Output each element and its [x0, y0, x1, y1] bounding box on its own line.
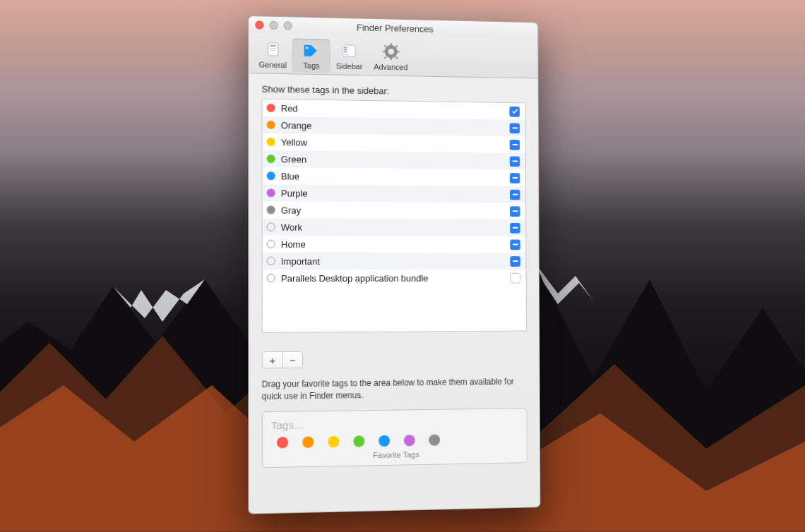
tab-label: General: [258, 60, 286, 69]
tag-color-dot: [267, 121, 275, 129]
svg-rect-12: [383, 51, 385, 52]
tag-sidebar-checkbox[interactable]: [510, 272, 520, 283]
minimize-button[interactable]: [270, 21, 278, 30]
content-area: Show these tags in the sidebar: RedOrang…: [249, 73, 539, 513]
tag-row[interactable]: Purple: [263, 184, 526, 202]
window-title: Finder Preferences: [357, 22, 434, 34]
tag-name-label: Orange: [281, 120, 510, 133]
tab-advanced[interactable]: Advanced: [368, 40, 413, 75]
tag-color-dot: [267, 223, 275, 231]
tag-sidebar-checkbox[interactable]: [510, 222, 520, 233]
tag-name-label: Purple: [281, 188, 510, 200]
tab-label: Tags: [303, 61, 319, 70]
preferences-toolbar: General Tags Sidebar: [249, 33, 537, 78]
tab-tags[interactable]: Tags: [292, 38, 330, 73]
tab-general[interactable]: General: [253, 37, 292, 72]
tag-sidebar-checkbox[interactable]: [510, 256, 520, 267]
tag-name-label: Home: [281, 238, 510, 250]
tag-row[interactable]: Green: [263, 150, 525, 169]
traffic-lights: [255, 20, 292, 30]
favorite-tag-dot[interactable]: [404, 435, 415, 446]
tag-list[interactable]: RedOrangeYellowGreenBluePurpleGrayWorkHo…: [262, 99, 527, 333]
tag-sidebar-checkbox[interactable]: [510, 173, 520, 183]
tag-row[interactable]: Blue: [263, 167, 525, 186]
tag-sidebar-checkbox[interactable]: [510, 189, 520, 200]
tab-label: Sidebar: [336, 62, 363, 71]
svg-rect-3: [270, 50, 275, 51]
tag-row[interactable]: Home: [263, 236, 526, 253]
tag-row[interactable]: Gray: [263, 201, 526, 219]
favorites-placeholder: Tags…: [271, 416, 518, 431]
tag-name-label: Parallels Desktop application bundle: [281, 272, 511, 283]
tag-row[interactable]: Work: [263, 219, 526, 236]
tag-color-dot: [267, 104, 275, 112]
svg-rect-13: [397, 51, 399, 52]
tag-name-label: Blue: [281, 171, 510, 183]
favorite-tag-dot[interactable]: [429, 434, 440, 445]
svg-point-18: [388, 49, 393, 54]
tag-row[interactable]: Important: [263, 253, 526, 270]
svg-rect-0: [268, 43, 278, 56]
tag-row[interactable]: Parallels Desktop application bundle: [263, 270, 526, 286]
tag-color-dot: [267, 188, 275, 197]
tag-sidebar-checkbox[interactable]: [510, 140, 520, 150]
svg-rect-1: [270, 45, 275, 47]
tag-name-label: Important: [281, 255, 511, 266]
tag-color-dot: [267, 155, 275, 163]
tag-sidebar-checkbox[interactable]: [509, 106, 519, 116]
tab-label: Advanced: [374, 63, 407, 72]
favorites-hint: Drag your favorite tags to the area belo…: [262, 376, 527, 403]
svg-rect-9: [344, 52, 347, 52]
svg-rect-8: [344, 49, 347, 50]
tag-name-label: Yellow: [281, 137, 510, 150]
svg-rect-6: [343, 45, 348, 56]
tag-name-label: Gray: [281, 205, 510, 217]
tag-color-dot: [267, 257, 275, 265]
tags-icon: [302, 40, 321, 60]
finder-preferences-window: Finder Preferences General Tags: [248, 16, 540, 514]
favorite-tag-dot[interactable]: [378, 435, 390, 446]
tag-name-label: Red: [281, 103, 510, 117]
tag-sidebar-checkbox[interactable]: [510, 206, 520, 217]
tag-color-dot: [267, 205, 275, 214]
close-button[interactable]: [255, 20, 263, 29]
svg-rect-15: [395, 56, 398, 59]
sidebar-icon: [340, 41, 359, 61]
general-icon: [263, 40, 282, 60]
add-remove-group: + −: [262, 351, 304, 369]
remove-tag-button[interactable]: −: [282, 352, 302, 368]
gear-icon: [381, 42, 401, 61]
zoom-button[interactable]: [284, 21, 292, 30]
tag-color-dot: [267, 138, 275, 146]
favorite-tag-dot[interactable]: [328, 435, 339, 447]
tag-color-dot: [267, 171, 275, 180]
tag-color-dot: [267, 240, 275, 248]
tab-sidebar[interactable]: Sidebar: [330, 40, 369, 74]
favorite-tag-dot[interactable]: [277, 437, 288, 448]
tag-name-label: Green: [281, 154, 510, 167]
svg-rect-17: [383, 56, 386, 59]
section-heading: Show these tags in the sidebar:: [262, 84, 526, 99]
add-tag-button[interactable]: +: [263, 352, 282, 368]
tag-sidebar-checkbox[interactable]: [510, 156, 520, 167]
svg-rect-10: [390, 43, 391, 45]
tag-color-dot: [267, 274, 275, 282]
svg-rect-2: [270, 48, 275, 49]
tag-sidebar-checkbox[interactable]: [510, 239, 520, 250]
tag-sidebar-checkbox[interactable]: [510, 123, 520, 133]
favorite-tag-dot[interactable]: [302, 436, 314, 447]
svg-rect-11: [390, 58, 391, 60]
svg-rect-7: [344, 47, 347, 48]
tag-name-label: Work: [281, 222, 510, 233]
favorite-tags-well[interactable]: Tags… Favorite Tags: [262, 408, 527, 468]
svg-rect-14: [383, 45, 386, 48]
favorite-tag-dot[interactable]: [353, 435, 364, 447]
